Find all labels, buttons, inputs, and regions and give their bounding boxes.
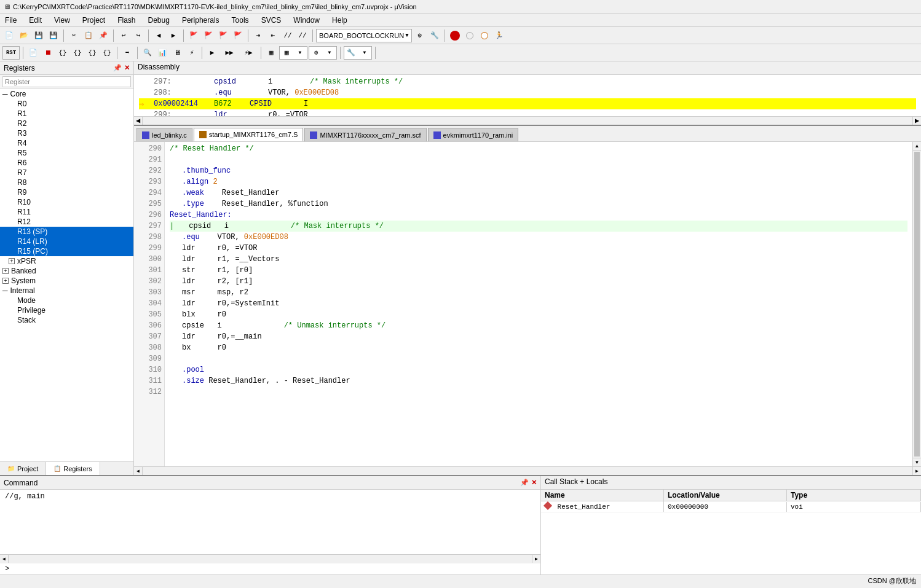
tab-project[interactable]: 📁 Project	[0, 462, 46, 475]
reg-item-r14lr[interactable]: R14 (LR)	[0, 237, 133, 246]
reg-group-core[interactable]: ─ Core	[0, 89, 133, 99]
reg-group-banked[interactable]: + Banked	[0, 266, 133, 276]
toolbar-new[interactable]: 📄	[2, 29, 16, 42]
tb2-grid3[interactable]: ⚙	[309, 46, 323, 60]
tab-startup[interactable]: startup_MIMXRT1176_cm7.S	[194, 128, 304, 141]
toolbar-bookmark[interactable]: 🚩	[187, 29, 200, 42]
editor-scroll-right[interactable]: ▶	[912, 467, 921, 475]
toolbar-open[interactable]: 📂	[17, 29, 31, 42]
reg-item-r15pc[interactable]: R15 (PC)	[0, 246, 133, 256]
tb2-watch[interactable]: 🔍	[141, 46, 154, 60]
menu-item-peripherals[interactable]: Peripherals	[180, 15, 222, 25]
toolbar-start-debug[interactable]	[463, 29, 476, 42]
toolbar-prev-bookmark[interactable]: 🚩	[202, 29, 215, 42]
menu-item-tools[interactable]: Tools	[229, 15, 251, 25]
tb2-stop[interactable]: ⏹	[41, 46, 55, 60]
tb2-braces2[interactable]: {}	[71, 46, 84, 60]
reg-item-r3[interactable]: R3	[0, 128, 133, 138]
xpsr-expand-icon[interactable]: +	[9, 258, 15, 264]
menu-item-help[interactable]: Help	[330, 15, 350, 25]
menu-item-debug[interactable]: Debug	[146, 15, 172, 25]
toolbar-save[interactable]: 💾	[32, 29, 45, 42]
editor-scroll-left[interactable]: ◀	[134, 467, 143, 475]
tab-scf[interactable]: MIMXRT1176xxxxx_cm7_ram.scf	[304, 128, 426, 141]
toolbar-forward[interactable]: ▶	[167, 29, 180, 42]
reg-group-internal[interactable]: ─ Internal	[0, 286, 133, 296]
tb2-jump[interactable]: ➡	[121, 46, 134, 60]
reg-item-r4[interactable]: R4	[0, 138, 133, 148]
menu-item-flash[interactable]: Flash	[115, 15, 138, 25]
toolbar-redo[interactable]: ↪	[132, 29, 145, 42]
toolbar-manage-components[interactable]: 🔧	[428, 29, 441, 42]
menu-item-view[interactable]: View	[52, 15, 73, 25]
reg-item-r7[interactable]: R7	[0, 168, 133, 178]
toolbar-clear-bookmarks[interactable]: 🚩	[231, 29, 245, 42]
tb2-step2[interactable]: ▶▶	[220, 46, 239, 60]
tb2-grid2[interactable]: ▦	[280, 46, 293, 60]
command-scroll-right[interactable]: ▶	[532, 555, 540, 563]
disasm-hscroll[interactable]: ◀ ▶	[134, 116, 921, 125]
reg-item-r6[interactable]: R6	[0, 158, 133, 168]
tb2-per[interactable]: ⚡	[185, 46, 199, 60]
tb2-grid[interactable]: ▦	[264, 46, 278, 60]
reg-item-r5[interactable]: R5	[0, 148, 133, 158]
toolbar-unindent[interactable]: ⇤	[266, 29, 280, 42]
reg-item-r0[interactable]: R0	[0, 99, 133, 109]
tab-led-blinky[interactable]: led_blinky.c	[136, 128, 192, 141]
disasm-scroll-right[interactable]: ▶	[912, 117, 921, 125]
reg-item-r11[interactable]: R11	[0, 207, 133, 217]
code-content[interactable]: /* Reset Handler */ .thumb_func .align 2…	[165, 142, 912, 466]
register-filter-input[interactable]	[2, 76, 131, 87]
tb2-options[interactable]: 📄	[26, 46, 40, 60]
command-scrollbar-track[interactable]	[9, 555, 532, 563]
reg-group-system[interactable]: + System	[0, 276, 133, 286]
editor-hscroll[interactable]: ◀ ▶	[134, 466, 921, 475]
reg-item-r10[interactable]: R10	[0, 197, 133, 207]
code-scroll-down[interactable]: ▼	[913, 458, 921, 466]
disasm-scrollbar-track[interactable]	[143, 117, 912, 125]
tb2-mem[interactable]: 📊	[156, 46, 169, 60]
reg-item-r12[interactable]: R12	[0, 217, 133, 227]
tb2-braces4[interactable]: {}	[100, 46, 114, 60]
reg-item-r9[interactable]: R9	[0, 187, 133, 197]
reg-item-r2[interactable]: R2	[0, 119, 133, 128]
toolbar-back[interactable]: ◀	[152, 29, 165, 42]
reg-item-mode[interactable]: Mode	[0, 296, 133, 305]
toolbar-comment[interactable]: //	[281, 29, 294, 42]
toolbar-paste[interactable]: 📌	[97, 29, 110, 42]
code-scroll-up[interactable]: ▲	[913, 142, 921, 151]
reg-close-icon[interactable]: ✕	[124, 64, 130, 72]
tb2-comp[interactable]: 🖥	[170, 46, 184, 60]
toolbar-save-all[interactable]: 💾	[47, 29, 60, 42]
reg-item-r8[interactable]: R8	[0, 178, 133, 187]
command-pin-icon[interactable]: 📌	[520, 479, 529, 487]
reg-pin-icon[interactable]: 📌	[113, 64, 122, 72]
tb2-tool1-dd[interactable]: ▼	[358, 46, 371, 60]
tb2-step[interactable]: ▶	[205, 46, 219, 60]
tb2-grid3-dd[interactable]: ▼	[323, 46, 336, 60]
menu-item-file[interactable]: File	[2, 15, 19, 25]
reg-item-privilege[interactable]: Privilege	[0, 305, 133, 315]
reg-item-r13sp[interactable]: R13 (SP)	[0, 227, 133, 237]
menu-item-window[interactable]: Window	[291, 15, 322, 25]
tab-ini[interactable]: evkmimxrt1170_ram.ini	[428, 128, 519, 141]
menu-item-svcs[interactable]: SVCS	[259, 15, 284, 25]
reg-item-xpsr[interactable]: + xPSR	[0, 256, 133, 266]
menu-item-project[interactable]: Project	[80, 15, 108, 25]
menu-item-edit[interactable]: Edit	[26, 15, 44, 25]
command-scroll-left[interactable]: ◀	[0, 555, 9, 563]
editor-scrollbar-track[interactable]	[143, 467, 912, 475]
toolbar-indent[interactable]: ⇥	[251, 29, 265, 42]
config-dropdown-icon[interactable]: ▼	[405, 33, 408, 39]
disasm-scroll-left[interactable]: ◀	[134, 117, 143, 125]
toolbar-undo[interactable]: ↩	[117, 29, 130, 42]
toolbar-uncomment[interactable]: //	[296, 29, 309, 42]
toolbar-cut[interactable]: ✂	[67, 29, 81, 42]
toolbar-run-to-cursor[interactable]: 🏃	[492, 29, 506, 42]
code-vscroll[interactable]: ▲ ▼	[912, 142, 921, 466]
toolbar-breakpoints[interactable]	[478, 29, 491, 42]
tb2-braces[interactable]: {}	[56, 46, 69, 60]
tb2-step3[interactable]: ⚡▶	[239, 46, 258, 60]
cs-row-0[interactable]: Reset_Handler 0x00000000 voi	[541, 501, 921, 512]
tb2-rst[interactable]: RST	[2, 46, 20, 60]
